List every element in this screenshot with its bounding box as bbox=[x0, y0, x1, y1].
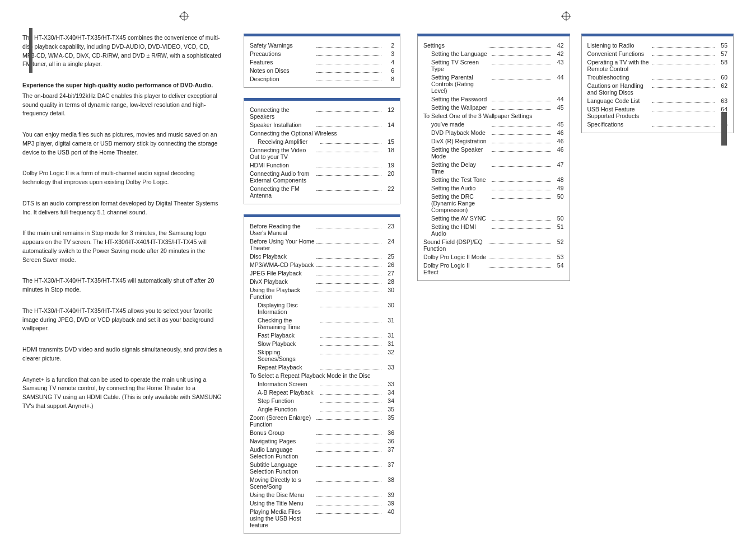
toc-entry: Connecting the FM Antenna22 bbox=[250, 184, 394, 199]
toc-entry: Repeat Playback33 bbox=[250, 363, 394, 371]
toc-page: 62 bbox=[716, 82, 727, 89]
toc-dots bbox=[316, 55, 381, 56]
toc-page: 60 bbox=[716, 74, 727, 81]
toc-title: Setting the Test Tone bbox=[431, 176, 490, 183]
toc-dots bbox=[316, 81, 381, 81]
toc-title: Repeat Playback bbox=[258, 364, 319, 371]
toc-entry: To Select a Repeat Playback Mode in the … bbox=[250, 371, 394, 380]
toc-page: 23 bbox=[383, 223, 394, 229]
toc-entry: Setting the AV SYNC 50 bbox=[423, 214, 564, 222]
toc-title: Using the Disc Menu bbox=[250, 491, 315, 498]
para-1: The HT-X30/HT-X40/HT-TX35/HT-TX45 combin… bbox=[22, 34, 224, 69]
toc-title: Setting the Language bbox=[431, 50, 490, 57]
toc-page: 49 bbox=[553, 185, 564, 191]
toc-page: 53 bbox=[553, 254, 564, 260]
toc-entry: Subtitle Language Selection Function37 bbox=[250, 460, 394, 475]
mid-section3-entries: Before Reading the User's Manual 23Befor… bbox=[250, 222, 394, 529]
toc-entry: Information Screen 33 bbox=[250, 380, 394, 388]
toc-page: 46 bbox=[553, 146, 564, 153]
toc-title: Specifications bbox=[587, 121, 650, 128]
mid-section-1: Safety Warnings 2Precautions3Features4No… bbox=[244, 34, 400, 88]
para-7: The HT-X30/HT-X40/HT-TX35/HT-TX45 will a… bbox=[22, 277, 224, 294]
toc-title: Before Using Your Home Theater bbox=[250, 238, 315, 251]
toc-page: 54 bbox=[553, 262, 564, 269]
toc-page: 4 bbox=[383, 59, 394, 65]
toc-dots bbox=[316, 111, 381, 112]
toc-entry: Before Reading the User's Manual 23 bbox=[250, 222, 394, 237]
toc-entry: Receiving Amplifier 15 bbox=[250, 137, 394, 146]
toc-entry: Angle Function35 bbox=[250, 405, 394, 413]
toc-dots bbox=[488, 243, 550, 244]
toc-dots bbox=[316, 47, 381, 48]
toc-page: 31 bbox=[383, 340, 394, 347]
toc-dots bbox=[320, 369, 381, 369]
toc-entry: Operating a TV with the Remote Control 5… bbox=[587, 58, 728, 73]
toc-dots bbox=[320, 345, 381, 346]
toc-entry: Cautions on Handling and Storing Discs62 bbox=[587, 81, 728, 96]
para-6: If the main unit remains in Stop mode fo… bbox=[22, 229, 224, 264]
toc-dots bbox=[316, 451, 381, 452]
right-section2-entries: Listening to Radio55Convenient Functions… bbox=[587, 41, 728, 128]
para-3: You can enjoy media files such as pictur… bbox=[22, 130, 224, 157]
toc-title: Slow Playback bbox=[258, 340, 319, 347]
toc-dots bbox=[320, 394, 381, 395]
toc-title: Navigating Pages bbox=[250, 438, 315, 444]
toc-page: 12 bbox=[383, 106, 394, 113]
toc-title: Operating a TV with the Remote Control bbox=[587, 59, 650, 72]
toc-dots bbox=[652, 79, 715, 79]
toc-dots bbox=[316, 496, 381, 497]
toc-dots bbox=[316, 190, 381, 191]
toc-page: 32 bbox=[383, 349, 394, 355]
toc-dots bbox=[488, 259, 550, 259]
toc-entry: Slow Playback 31 bbox=[250, 339, 394, 348]
toc-dots bbox=[652, 102, 715, 103]
toc-entry: Step Function34 bbox=[250, 396, 394, 405]
toc-page: 30 bbox=[383, 287, 394, 293]
toc-title: Description bbox=[250, 76, 315, 82]
toc-page: 39 bbox=[383, 500, 394, 507]
toc-dots bbox=[320, 337, 381, 338]
crosshair-top-right bbox=[561, 11, 571, 21]
right-col-a: Settings42Setting the Language42Setting … bbox=[417, 34, 576, 291]
toc-entry: Using the Disc Menu 39 bbox=[250, 490, 394, 499]
toc-page: 33 bbox=[383, 364, 394, 371]
toc-page: 63 bbox=[716, 97, 727, 104]
toc-entry: Fast Playback 31 bbox=[250, 331, 394, 339]
toc-entry: Dolby Pro Logic II Effect54 bbox=[423, 261, 564, 276]
toc-page: 58 bbox=[716, 59, 727, 65]
toc-page: 30 bbox=[383, 302, 394, 308]
toc-dots bbox=[320, 143, 381, 144]
toc-dots bbox=[488, 267, 550, 268]
toc-dots bbox=[492, 151, 550, 152]
toc-entry: Skipping Scenes/Songs32 bbox=[250, 348, 394, 363]
toc-dots bbox=[316, 228, 381, 228]
toc-dots bbox=[652, 111, 715, 111]
toc-title: Step Function bbox=[258, 397, 319, 404]
toc-title: Connecting the Video Out to your TV bbox=[250, 147, 315, 160]
toc-dots bbox=[320, 307, 381, 307]
toc-entry: Setting the DRC (Dynamic Range Compressi… bbox=[423, 192, 564, 214]
toc-page: 45 bbox=[553, 104, 564, 111]
toc-dots bbox=[652, 64, 715, 64]
crosshair-top-mid bbox=[179, 11, 189, 21]
left-column: The HT-X30/HT-X40/HT-TX35/HT-TX45 combin… bbox=[22, 34, 235, 534]
toc-page: 46 bbox=[553, 129, 564, 136]
toc-title: Using the Title Menu bbox=[250, 500, 315, 507]
toc-page: 37 bbox=[383, 461, 394, 468]
toc-dots bbox=[316, 152, 381, 152]
toc-entry: Bonus Group36 bbox=[250, 428, 394, 437]
toc-entry: Zoom (Screen Enlarge) Function 35 bbox=[250, 413, 394, 428]
toc-title: Disc Playback bbox=[250, 253, 315, 260]
toc-title: MP3/WMA-CD Playback bbox=[250, 261, 315, 268]
toc-dots bbox=[316, 513, 381, 514]
toc-title: JPEG File Playback bbox=[250, 270, 315, 277]
toc-title: you've made bbox=[431, 121, 490, 128]
toc-entry: Settings42 bbox=[423, 41, 564, 49]
toc-page: 44 bbox=[553, 74, 564, 81]
toc-dots bbox=[316, 72, 381, 73]
toc-entry: DivX (R) Registration46 bbox=[423, 137, 564, 145]
toc-page: 22 bbox=[383, 185, 394, 192]
toc-page: 27 bbox=[383, 270, 394, 277]
toc-page: 48 bbox=[553, 176, 564, 183]
toc-title: Dolby Pro Logic II Effect bbox=[423, 262, 486, 275]
